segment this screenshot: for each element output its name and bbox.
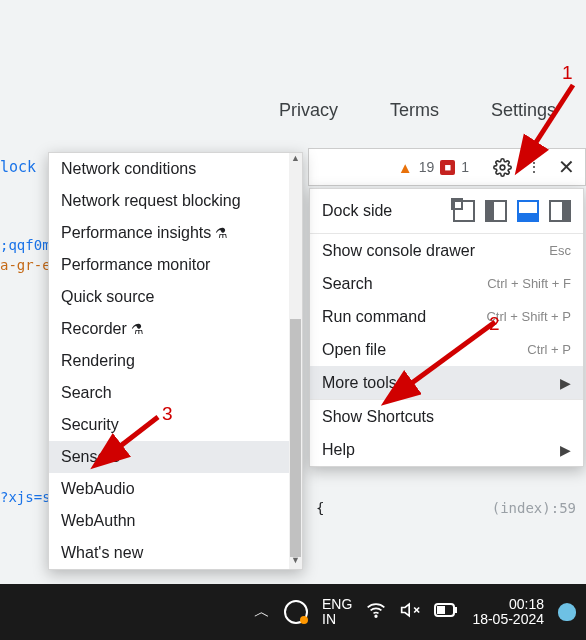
submenu-item-quick-source[interactable]: Quick source <box>49 281 289 313</box>
errors-count: 1 <box>461 159 469 175</box>
submenu-item-label: Network request blocking <box>61 192 241 210</box>
chevron-right-icon: ▶ <box>560 375 571 391</box>
warning-icon[interactable]: ▲ <box>398 159 413 176</box>
menu-item-show-console-drawer[interactable]: Show console drawer Esc <box>310 234 583 267</box>
time-text: 00:18 <box>472 597 544 612</box>
submenu-item-webaudio[interactable]: WebAudio <box>49 473 289 505</box>
submenu-item-label: Security <box>61 416 119 434</box>
tray-chevron-up-icon[interactable]: ︿ <box>254 602 270 623</box>
kebab-menu-icon[interactable]: ⋮ <box>521 154 547 180</box>
sync-icon[interactable] <box>284 600 308 624</box>
submenu-item-label: Search <box>61 384 112 402</box>
menu-item-shortcut: Esc <box>549 243 571 258</box>
background-code: ;qqf0m a-gr-e <box>0 235 51 275</box>
submenu-item-network-conditions[interactable]: Network conditions <box>49 153 289 185</box>
annotation-label-3: 3 <box>162 403 173 425</box>
flask-icon: ⚗ <box>131 321 144 337</box>
scrollbar-thumb[interactable] <box>290 319 301 557</box>
menu-item-label: Show console drawer <box>322 242 475 260</box>
submenu-item-webauthn[interactable]: WebAuthn <box>49 505 289 537</box>
notification-bell-icon[interactable] <box>558 603 576 621</box>
devtools-toolbar: ▲ 19 ■ 1 ⋮ ✕ <box>308 148 586 186</box>
code-source-ref: (index):59 <box>492 500 576 516</box>
scroll-up-icon[interactable]: ▲ <box>289 153 302 167</box>
menu-item-label: Show Shortcuts <box>322 408 434 426</box>
submenu-item-sensors[interactable]: Sensors <box>49 441 289 473</box>
submenu-item-network-request-blocking[interactable]: Network request blocking <box>49 185 289 217</box>
submenu-item-rendering[interactable]: Rendering <box>49 345 289 377</box>
menu-item-label: More tools <box>322 374 397 392</box>
dock-side-label: Dock side <box>322 202 392 220</box>
submenu-item-label: Recorder <box>61 320 127 338</box>
submenu-item-performance-insights[interactable]: Performance insights⚗ <box>49 217 289 249</box>
dock-left-icon[interactable] <box>485 200 507 222</box>
flask-icon: ⚗ <box>215 225 228 241</box>
submenu-item-label: Performance monitor <box>61 256 210 274</box>
submenu-item-label: What's new <box>61 544 143 562</box>
warnings-count: 19 <box>419 159 435 175</box>
close-icon[interactable]: ✕ <box>553 154 579 180</box>
svg-point-4 <box>376 615 378 617</box>
google-footer: Privacy Terms Settings <box>0 100 586 145</box>
menu-item-label: Search <box>322 275 373 293</box>
submenu-item-label: Sensors <box>61 448 120 466</box>
svg-point-0 <box>500 165 505 170</box>
annotation-label-1: 1 <box>562 62 573 84</box>
console-code-preview: { (index):59 <box>316 500 576 516</box>
scrollbar[interactable]: ▲ ▼ <box>289 153 302 569</box>
submenu-item-label: Quick source <box>61 288 154 306</box>
svg-marker-5 <box>402 604 410 616</box>
submenu-item-performance-monitor[interactable]: Performance monitor <box>49 249 289 281</box>
more-tools-submenu: Network conditions Network request block… <box>48 152 303 570</box>
code-fragment: a-gr-e <box>0 255 51 275</box>
menu-item-search[interactable]: Search Ctrl + Shift + F <box>310 267 583 300</box>
submenu-item-label: Network conditions <box>61 160 196 178</box>
error-icon[interactable]: ■ <box>440 160 455 175</box>
submenu-item-recorder[interactable]: Recorder⚗ <box>49 313 289 345</box>
terms-link[interactable]: Terms <box>390 100 439 145</box>
windows-taskbar: ︿ ENG IN 00:18 18-05-2024 <box>0 584 586 640</box>
svg-rect-10 <box>437 606 445 614</box>
code-fragment: ;qqf0m <box>0 235 51 255</box>
wifi-icon[interactable] <box>366 600 386 625</box>
devtools-settings-menu: Dock side Show console drawer Esc Search… <box>309 188 584 467</box>
menu-item-run-command[interactable]: Run command Ctrl + Shift + P <box>310 300 583 333</box>
annotation-label-2: 2 <box>489 313 500 335</box>
svg-rect-9 <box>455 607 457 613</box>
menu-item-label: Open file <box>322 341 386 359</box>
menu-item-shortcut: Ctrl + Shift + F <box>487 276 571 291</box>
dock-bottom-icon[interactable] <box>517 200 539 222</box>
language-bottom: IN <box>322 612 352 627</box>
settings-link[interactable]: Settings <box>491 100 556 145</box>
code-text: { <box>316 500 324 516</box>
dock-side-row: Dock side <box>310 189 583 233</box>
date-text: 18-05-2024 <box>472 612 544 627</box>
dock-undock-icon[interactable] <box>453 200 475 222</box>
partial-text-block: lock <box>0 158 36 176</box>
menu-item-open-file[interactable]: Open file Ctrl + P <box>310 333 583 366</box>
battery-icon[interactable] <box>434 602 458 622</box>
language-top: ENG <box>322 597 352 612</box>
submenu-item-whats-new[interactable]: What's new <box>49 537 289 569</box>
code-fragment: ?xjs=s <box>0 487 51 507</box>
clock[interactable]: 00:18 18-05-2024 <box>472 597 544 628</box>
menu-item-label: Help <box>322 441 355 459</box>
privacy-link[interactable]: Privacy <box>279 100 338 145</box>
menu-item-more-tools[interactable]: More tools ▶ <box>310 366 583 399</box>
menu-item-help[interactable]: Help ▶ <box>310 433 583 466</box>
submenu-item-label: WebAudio <box>61 480 135 498</box>
volume-muted-icon[interactable] <box>400 600 420 625</box>
submenu-item-label: WebAuthn <box>61 512 135 530</box>
chevron-right-icon: ▶ <box>560 442 571 458</box>
menu-item-label: Run command <box>322 308 426 326</box>
menu-item-show-shortcuts[interactable]: Show Shortcuts <box>310 400 583 433</box>
submenu-item-label: Rendering <box>61 352 135 370</box>
menu-item-shortcut: Ctrl + P <box>527 342 571 357</box>
submenu-item-label: Performance insights <box>61 224 211 242</box>
dock-right-icon[interactable] <box>549 200 571 222</box>
scroll-down-icon[interactable]: ▼ <box>289 555 302 569</box>
gear-icon[interactable] <box>489 154 515 180</box>
language-indicator[interactable]: ENG IN <box>322 597 352 628</box>
